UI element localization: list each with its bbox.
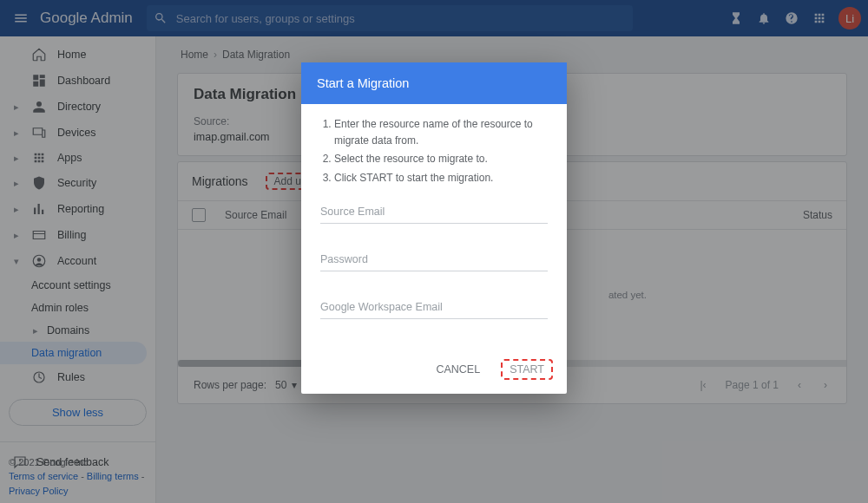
password-field[interactable] xyxy=(320,250,548,271)
source-email-field[interactable] xyxy=(320,202,548,224)
cancel-button[interactable]: CANCEL xyxy=(429,359,487,380)
modal-title: Start a Migration xyxy=(301,62,567,104)
step-2: Select the resource to migrate to. xyxy=(334,151,548,167)
start-migration-modal: Start a Migration Enter the resource nam… xyxy=(301,62,567,394)
instruction-list: Enter the resource name of the resource … xyxy=(320,116,548,186)
start-button[interactable]: START xyxy=(501,359,553,380)
google-workspace-email-field[interactable] xyxy=(320,297,548,319)
step-3: Click START to start the migration. xyxy=(334,170,548,186)
modal-body: Enter the resource name of the resource … xyxy=(301,104,567,350)
modal-actions: CANCEL START xyxy=(301,350,567,394)
modal-scrim[interactable]: Start a Migration Enter the resource nam… xyxy=(0,0,868,503)
step-1: Enter the resource name of the resource … xyxy=(334,116,548,149)
